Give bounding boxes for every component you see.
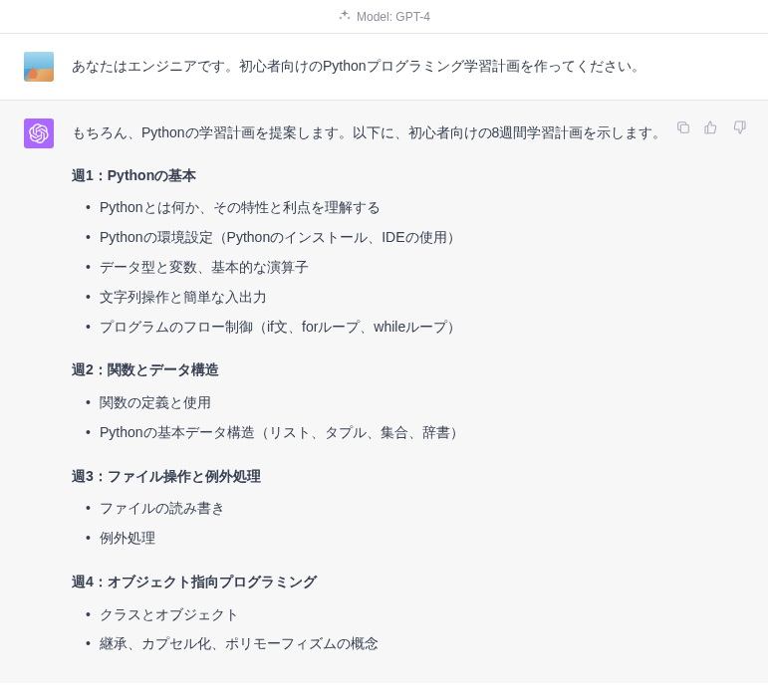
list-item: Pythonの環境設定（Pythonのインストール、IDEの使用） [86,225,689,251]
list-item: 文字列操作と簡単な入出力 [86,285,689,311]
assistant-avatar [24,118,54,148]
section-heading: 週4：オブジェクト指向プログラミング [72,570,689,594]
list-item: プログラムのフロー制御（if文、forループ、whileループ） [86,315,689,341]
section-heading: 週3：ファイル操作と例外処理 [72,464,689,489]
section-heading: 週1：Pythonの基本 [72,163,689,188]
list-item: ファイルの読み書き [86,496,689,522]
assistant-intro: もちろん、Pythonの学習計画を提案します。以下に、初心者向けの8週間学習計画… [72,120,689,145]
model-banner: Model: GPT-4 [0,0,768,34]
assistant-message-row: もちろん、Pythonの学習計画を提案します。以下に、初心者向けの8週間学習計画… [0,101,768,683]
thumbs-down-button[interactable] [730,118,748,136]
list-item: 継承、カプセル化、ポリモーフィズムの概念 [86,631,689,657]
user-avatar [24,52,54,82]
list-item: Pythonとは何か、その特性と利点を理解する [86,195,689,221]
section-heading: 週2：関数とデータ構造 [72,357,689,382]
list-item: 関数の定義と使用 [86,390,689,416]
section-list: クラスとオブジェクト 継承、カプセル化、ポリモーフィズムの概念 [72,602,689,658]
message-actions [674,118,748,136]
assistant-message-content: もちろん、Pythonの学習計画を提案します。以下に、初心者向けの8週間学習計画… [72,118,689,665]
thumbs-up-button[interactable] [702,118,720,136]
copy-button[interactable] [674,118,692,136]
section-list: 関数の定義と使用 Pythonの基本データ構造（リスト、タプル、集合、辞書） [72,390,689,446]
section-list: ファイルの読み書き 例外処理 [72,496,689,552]
model-label: Model: GPT-4 [357,10,430,24]
list-item: データ型と変数、基本的な演算子 [86,255,689,281]
svg-rect-0 [680,124,688,132]
user-message-row: あなたはエンジニアです。初心者向けのPythonプログラミング学習計画を作ってく… [0,34,768,101]
user-message-content: あなたはエンジニアです。初心者向けのPythonプログラミング学習計画を作ってく… [72,52,689,82]
sparkle-icon [338,8,352,25]
list-item: Pythonの基本データ構造（リスト、タプル、集合、辞書） [86,420,689,446]
list-item: 例外処理 [86,526,689,552]
list-item: クラスとオブジェクト [86,602,689,628]
user-message-text: あなたはエンジニアです。初心者向けのPythonプログラミング学習計画を作ってく… [72,58,645,74]
section-list: Pythonとは何か、その特性と利点を理解する Pythonの環境設定（Pyth… [72,195,689,340]
